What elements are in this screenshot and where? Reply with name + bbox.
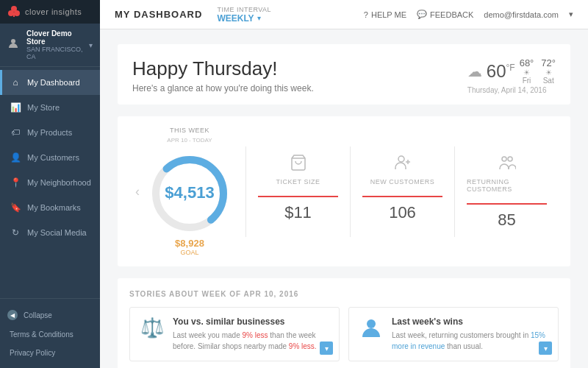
stat-card-top-ticket: TICKET SIZE bbox=[258, 154, 338, 197]
sidebar-user[interactable]: Clover Demo Store SAN FRANCISCO, CA ▾ bbox=[0, 24, 100, 67]
donut-goal: $8,928 bbox=[175, 238, 204, 249]
user-icon bbox=[7, 38, 22, 52]
donut-date-range: APR 10 - TODAY bbox=[167, 137, 212, 144]
donut-week-label: THIS WEEK bbox=[170, 127, 209, 134]
stories-section: STORIES ABOUT WEEK OF APR 10, 2016 ⚖️ Yo… bbox=[118, 278, 570, 368]
weather-section: ☁ 60°F 68° ☀ Fri 72° ☀ bbox=[467, 57, 556, 94]
welcome-section: Happy Thursday! Here's a glance at how y… bbox=[118, 44, 570, 105]
interval-label: TIME INTERVAL bbox=[217, 6, 271, 13]
header-right: ? HELP ME 💬 FEEDBACK demo@firstdata.com … bbox=[364, 10, 573, 19]
stat-card-returning: RETURNING CUSTOMERS 85 bbox=[454, 146, 559, 237]
story-cards-row: ⚖️ You vs. similar businesses Last week … bbox=[129, 307, 559, 361]
collapse-label: Collapse bbox=[24, 311, 52, 319]
interval-value-row[interactable]: WEEKLY ▾ bbox=[217, 13, 271, 24]
donut-goal-label: GOAL bbox=[175, 249, 204, 256]
highlight-revenue: 15% more in revenue bbox=[392, 331, 545, 350]
svg-point-13 bbox=[367, 319, 376, 328]
user-dropdown-icon[interactable]: ▾ bbox=[569, 10, 573, 19]
greeting: Happy Thursday! bbox=[132, 57, 314, 80]
tag-icon: 🏷 bbox=[10, 127, 21, 138]
expand-button-wins[interactable]: ▾ bbox=[539, 342, 552, 355]
help-button[interactable]: ? HELP ME bbox=[364, 10, 406, 19]
header-left: MY DASHBOARD TIME INTERVAL WEEKLY ▾ bbox=[115, 6, 271, 24]
story-wins-content: Last week's wins Last week, returning cu… bbox=[392, 316, 549, 352]
customers-icon: 👤 bbox=[10, 152, 21, 163]
content-area: Happy Thursday! Here's a glance at how y… bbox=[100, 29, 588, 368]
user-name: Clover Demo Store bbox=[26, 29, 89, 46]
collapse-button[interactable]: ◀ Collapse bbox=[0, 305, 100, 325]
weather-date: Thursday, April 14, 2016 bbox=[467, 86, 556, 94]
svg-rect-3 bbox=[13, 13, 15, 17]
bookmark-icon: 🔖 bbox=[10, 202, 21, 213]
sidebar-item-products[interactable]: 🏷 My Products bbox=[0, 120, 100, 145]
cart-icon bbox=[290, 154, 307, 175]
feedback-button[interactable]: 💬 FEEDBACK bbox=[417, 10, 473, 19]
help-label: HELP ME bbox=[371, 10, 406, 19]
weather-main: ☁ 60°F 68° ☀ Fri 72° ☀ bbox=[467, 57, 556, 85]
expand-button-vs[interactable]: ▾ bbox=[320, 342, 333, 355]
social-icon: ↻ bbox=[10, 227, 21, 238]
sidebar-nav: ⌂ My Dashboard 📊 My Store 🏷 My Products … bbox=[0, 67, 100, 298]
header: MY DASHBOARD TIME INTERVAL WEEKLY ▾ ? HE… bbox=[100, 0, 588, 29]
store-icon: 📊 bbox=[10, 102, 21, 113]
home-icon: ⌂ bbox=[10, 77, 21, 88]
svg-point-11 bbox=[502, 157, 506, 161]
story-vs-title: You vs. similar businesses bbox=[173, 316, 330, 327]
highlight-less: 9% less bbox=[243, 331, 268, 339]
nav-dashboard-label: My Dashboard bbox=[27, 78, 80, 87]
weather-icon: ☁ bbox=[467, 63, 482, 80]
weather-forecast: 68° ☀ Fri 72° ☀ Sat bbox=[520, 57, 556, 85]
help-icon: ? bbox=[364, 10, 368, 19]
stories-title: STORIES ABOUT WEEK OF APR 10, 2016 bbox=[129, 290, 559, 298]
stat-cards: TICKET SIZE $11 bbox=[245, 146, 559, 237]
donut-amount: $4,513 bbox=[165, 183, 214, 202]
sidebar-item-neighborhood[interactable]: 📍 My Neighborhood bbox=[0, 170, 100, 195]
nav-bookmarks-label: My Bookmarks bbox=[27, 203, 81, 212]
feedback-label: FEEDBACK bbox=[430, 10, 473, 19]
svg-point-12 bbox=[508, 157, 512, 161]
interval-chevron-icon: ▾ bbox=[257, 14, 261, 22]
time-interval-control: TIME INTERVAL WEEKLY ▾ bbox=[217, 6, 271, 24]
sidebar-logo: clover insights bbox=[0, 0, 100, 24]
sidebar-item-store[interactable]: 📊 My Store bbox=[0, 95, 100, 120]
story-wins-title: Last week's wins bbox=[392, 316, 549, 327]
privacy-link[interactable]: Privacy Policy bbox=[0, 344, 100, 362]
user-info: Clover Demo Store SAN FRANCISCO, CA bbox=[26, 29, 89, 60]
nav-customers-label: My Customers bbox=[27, 153, 79, 162]
user-location: SAN FRANCISCO, CA bbox=[26, 46, 89, 60]
returning-label: RETURNING CUSTOMERS bbox=[467, 178, 547, 193]
nav-products-label: My Products bbox=[27, 128, 72, 137]
svg-point-1 bbox=[8, 10, 14, 16]
stat-card-ticket: TICKET SIZE $11 bbox=[245, 146, 350, 237]
svg-point-2 bbox=[14, 10, 20, 16]
weather-sat-icon: ☀ bbox=[541, 68, 556, 77]
returning-value: 85 bbox=[498, 210, 515, 230]
new-customer-icon bbox=[394, 154, 412, 175]
clover-icon bbox=[7, 5, 21, 18]
new-customers-value: 106 bbox=[389, 203, 416, 222]
wins-person-icon bbox=[358, 316, 384, 345]
prev-arrow[interactable]: ‹ bbox=[129, 184, 146, 199]
logo-text: clover insights bbox=[25, 7, 82, 16]
weather-day-sat: 72° ☀ Sat bbox=[541, 57, 556, 85]
sidebar-item-dashboard[interactable]: ⌂ My Dashboard bbox=[0, 70, 100, 95]
greeting-subtext: Here's a glance at how you're doing this… bbox=[132, 83, 314, 93]
page-title: MY DASHBOARD bbox=[115, 9, 202, 20]
nav-store-label: My Store bbox=[27, 103, 60, 112]
sidebar-item-customers[interactable]: 👤 My Customers bbox=[0, 145, 100, 170]
neighborhood-icon: 📍 bbox=[10, 177, 21, 188]
privacy-label: Privacy Policy bbox=[10, 349, 55, 357]
stats-row: ‹ THIS WEEK APR 10 - TODAY $4,513 $8,928… bbox=[118, 116, 570, 266]
ticket-value: $11 bbox=[284, 203, 312, 222]
collapse-icon: ◀ bbox=[7, 310, 18, 320]
user-email: demo@firstdata.com bbox=[484, 10, 559, 19]
stat-card-top-new: NEW CUSTOMERS bbox=[362, 154, 442, 197]
terms-link[interactable]: Terms & Conditions bbox=[0, 325, 100, 344]
interval-text: WEEKLY bbox=[217, 13, 254, 24]
sidebar-item-bookmarks[interactable]: 🔖 My Bookmarks bbox=[0, 195, 100, 220]
sidebar-item-social[interactable]: ↻ My Social Media bbox=[0, 220, 100, 245]
terms-label: Terms & Conditions bbox=[10, 330, 74, 339]
svg-point-8 bbox=[398, 156, 404, 162]
weather-temp: 60°F bbox=[487, 61, 515, 82]
stat-card-top-returning: RETURNING CUSTOMERS bbox=[467, 154, 547, 205]
